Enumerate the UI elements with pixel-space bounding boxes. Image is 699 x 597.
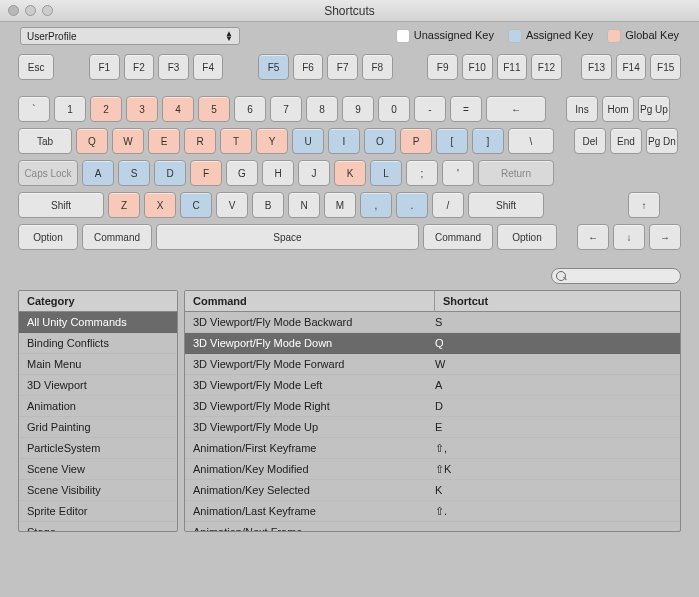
category-row[interactable]: ParticleSystem xyxy=(19,438,177,459)
key-3[interactable]: 3 xyxy=(126,96,158,122)
key-del[interactable]: Del xyxy=(574,128,606,154)
command-list[interactable]: 3D Viewport/Fly Mode BackwardS3D Viewpor… xyxy=(185,312,680,531)
key-shift[interactable]: Shift xyxy=(468,192,544,218)
key-z[interactable]: Z xyxy=(108,192,140,218)
category-row[interactable]: Sprite Editor xyxy=(19,501,177,522)
key-f[interactable]: F xyxy=(190,160,222,186)
key-k[interactable]: K xyxy=(334,160,366,186)
key-option[interactable]: Option xyxy=(18,224,78,250)
key--[interactable]: - xyxy=(414,96,446,122)
key-f8[interactable]: F8 xyxy=(362,54,393,80)
key-f13[interactable]: F13 xyxy=(581,54,612,80)
key--[interactable]: [ xyxy=(436,128,468,154)
command-row[interactable]: 3D Viewport/Fly Mode LeftA xyxy=(185,375,680,396)
key-8[interactable]: 8 xyxy=(306,96,338,122)
command-row[interactable]: 3D Viewport/Fly Mode UpE xyxy=(185,417,680,438)
key-x[interactable]: X xyxy=(144,192,176,218)
key--[interactable]: , xyxy=(360,192,392,218)
key-pg-up[interactable]: Pg Up xyxy=(638,96,670,122)
key-2[interactable]: 2 xyxy=(90,96,122,122)
category-row[interactable]: Binding Conflicts xyxy=(19,333,177,354)
key-caps-lock[interactable]: Caps Lock xyxy=(18,160,78,186)
category-row[interactable]: All Unity Commands xyxy=(19,312,177,333)
close-icon[interactable] xyxy=(8,5,19,16)
command-row[interactable]: 3D Viewport/Fly Mode ForwardW xyxy=(185,354,680,375)
key-f11[interactable]: F11 xyxy=(497,54,528,80)
search-input[interactable] xyxy=(551,268,681,284)
category-list[interactable]: All Unity CommandsBinding ConflictsMain … xyxy=(19,312,177,531)
key-6[interactable]: 6 xyxy=(234,96,266,122)
key-f1[interactable]: F1 xyxy=(89,54,120,80)
key--[interactable]: ← xyxy=(486,96,546,122)
key-v[interactable]: V xyxy=(216,192,248,218)
key-f2[interactable]: F2 xyxy=(124,54,155,80)
key-f14[interactable]: F14 xyxy=(616,54,647,80)
key-9[interactable]: 9 xyxy=(342,96,374,122)
command-row[interactable]: Animation/Key SelectedK xyxy=(185,480,680,501)
key-command[interactable]: Command xyxy=(82,224,152,250)
command-row[interactable]: 3D Viewport/Fly Mode DownQ xyxy=(185,333,680,354)
key-o[interactable]: O xyxy=(364,128,396,154)
key--[interactable]: ` xyxy=(18,96,50,122)
key-ins[interactable]: Ins xyxy=(566,96,598,122)
zoom-icon[interactable] xyxy=(42,5,53,16)
key-b[interactable]: B xyxy=(252,192,284,218)
key-f4[interactable]: F4 xyxy=(193,54,224,80)
key-a[interactable]: A xyxy=(82,160,114,186)
key-w[interactable]: W xyxy=(112,128,144,154)
command-row[interactable]: Animation/Key Modified⇧K xyxy=(185,459,680,480)
key-n[interactable]: N xyxy=(288,192,320,218)
key--[interactable]: ] xyxy=(472,128,504,154)
key-shift[interactable]: Shift xyxy=(18,192,104,218)
key-u[interactable]: U xyxy=(292,128,324,154)
command-row[interactable]: Animation/Next Frame. xyxy=(185,522,680,531)
key-s[interactable]: S xyxy=(118,160,150,186)
key-0[interactable]: 0 xyxy=(378,96,410,122)
key-end[interactable]: End xyxy=(610,128,642,154)
key-tab[interactable]: Tab xyxy=(18,128,72,154)
key-p[interactable]: P xyxy=(400,128,432,154)
category-row[interactable]: Scene Visibility xyxy=(19,480,177,501)
key--[interactable]: ' xyxy=(442,160,474,186)
key-g[interactable]: G xyxy=(226,160,258,186)
category-row[interactable]: Grid Painting xyxy=(19,417,177,438)
key-option[interactable]: Option xyxy=(497,224,557,250)
key-f12[interactable]: F12 xyxy=(531,54,562,80)
key--[interactable]: / xyxy=(432,192,464,218)
key-i[interactable]: I xyxy=(328,128,360,154)
key-h[interactable]: H xyxy=(262,160,294,186)
command-row[interactable]: 3D Viewport/Fly Mode RightD xyxy=(185,396,680,417)
key-f7[interactable]: F7 xyxy=(327,54,358,80)
key-pg-dn[interactable]: Pg Dn xyxy=(646,128,678,154)
key-1[interactable]: 1 xyxy=(54,96,86,122)
key-m[interactable]: M xyxy=(324,192,356,218)
key--[interactable]: ; xyxy=(406,160,438,186)
key-f9[interactable]: F9 xyxy=(427,54,458,80)
key-5[interactable]: 5 xyxy=(198,96,230,122)
key-r[interactable]: R xyxy=(184,128,216,154)
key--[interactable]: ← xyxy=(577,224,609,250)
key--[interactable]: \ xyxy=(508,128,554,154)
command-row[interactable]: 3D Viewport/Fly Mode BackwardS xyxy=(185,312,680,333)
key--[interactable]: → xyxy=(649,224,681,250)
key-f10[interactable]: F10 xyxy=(462,54,493,80)
key-7[interactable]: 7 xyxy=(270,96,302,122)
key-c[interactable]: C xyxy=(180,192,212,218)
minimize-icon[interactable] xyxy=(25,5,36,16)
key-f5[interactable]: F5 xyxy=(258,54,289,80)
key-f15[interactable]: F15 xyxy=(650,54,681,80)
profile-dropdown[interactable]: UserProfile ▲▼ xyxy=(20,27,240,45)
key-d[interactable]: D xyxy=(154,160,186,186)
category-row[interactable]: Stage xyxy=(19,522,177,531)
key-j[interactable]: J xyxy=(298,160,330,186)
key-4[interactable]: 4 xyxy=(162,96,194,122)
key-e[interactable]: E xyxy=(148,128,180,154)
category-row[interactable]: Scene View xyxy=(19,459,177,480)
key-t[interactable]: T xyxy=(220,128,252,154)
key--[interactable]: ↓ xyxy=(613,224,645,250)
key-f6[interactable]: F6 xyxy=(293,54,324,80)
key-command[interactable]: Command xyxy=(423,224,493,250)
key-space[interactable]: Space xyxy=(156,224,419,250)
key-esc[interactable]: Esc xyxy=(18,54,54,80)
key-hom[interactable]: Hom xyxy=(602,96,634,122)
